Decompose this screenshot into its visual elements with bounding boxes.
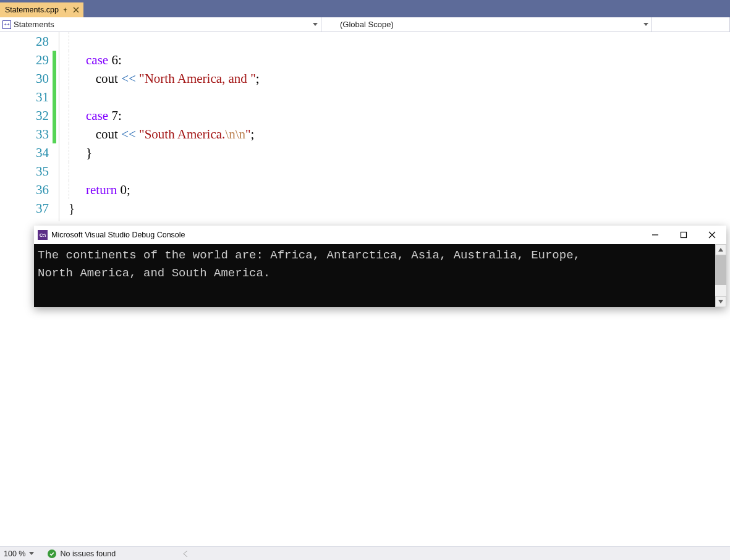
scope-bar: ++ Statements (Global Scope): [0, 17, 730, 32]
scrollbar-track[interactable]: [715, 285, 726, 296]
line-number: 28: [0, 32, 49, 51]
console-titlebar[interactable]: C:\ Microsoft Visual Studio Debug Consol…: [34, 226, 726, 244]
console-title: Microsoft Visual Studio Debug Console: [51, 231, 185, 239]
line-number: 37: [0, 199, 49, 218]
issues-text: No issues found: [60, 549, 116, 558]
console-output[interactable]: The continents of the world are: Africa,…: [34, 244, 715, 307]
zoom-value: 100 %: [4, 549, 25, 558]
close-button[interactable]: [698, 226, 726, 244]
scope-dropdown[interactable]: (Global Scope): [321, 17, 652, 32]
debug-console-window[interactable]: C:\ Microsoft Visual Studio Debug Consol…: [34, 226, 726, 307]
code-content[interactable]: case 6: cout << "North America, and "; c…: [69, 32, 730, 221]
zoom-control[interactable]: 100 %: [0, 549, 39, 558]
breadcrumb-dropdown[interactable]: ++ Statements: [0, 17, 321, 32]
file-tab-label: Statements.cpp: [5, 6, 59, 14]
chevron-down-icon[interactable]: [310, 17, 321, 32]
code-line[interactable]: [69, 162, 730, 180]
line-number: 30: [0, 69, 49, 88]
splitter-handle-icon[interactable]: [184, 551, 189, 557]
file-tab-bar: Statements.cpp: [0, 2, 730, 17]
code-line[interactable]: }: [69, 199, 730, 218]
line-number-gutter: 28 29 30 31 32 33 34 35 36 37: [0, 32, 53, 221]
line-number: 34: [0, 143, 49, 162]
code-line[interactable]: [69, 88, 730, 106]
issues-indicator[interactable]: No issues found: [39, 549, 116, 558]
close-icon[interactable]: [72, 6, 80, 14]
maximize-button[interactable]: [669, 226, 698, 244]
outline-bar: [56, 32, 69, 221]
code-line[interactable]: cout << "South America.\n\n";: [69, 125, 730, 143]
member-dropdown[interactable]: [652, 17, 730, 32]
line-number: 35: [0, 162, 49, 180]
line-number: 31: [0, 88, 49, 106]
line-number: 29: [0, 51, 49, 69]
line-number: 33: [0, 125, 49, 143]
console-scrollbar[interactable]: [715, 244, 726, 307]
cpp-file-icon: ++: [2, 20, 11, 29]
check-circle-icon: [48, 549, 56, 558]
pin-icon[interactable]: [62, 7, 69, 13]
scrollbar-thumb[interactable]: [715, 255, 726, 285]
line-number: 32: [0, 106, 49, 125]
console-app-icon: C:\: [38, 230, 48, 240]
editor-status-bar: 100 % No issues found: [0, 546, 730, 560]
breadcrumb-label: Statements: [14, 20, 54, 29]
chevron-down-icon[interactable]: [28, 550, 35, 558]
code-line[interactable]: [69, 32, 730, 51]
scroll-up-icon[interactable]: [715, 244, 726, 255]
file-tab-active[interactable]: Statements.cpp: [0, 2, 83, 17]
scope-label: (Global Scope): [340, 20, 394, 29]
code-editor[interactable]: 28 29 30 31 32 33 34 35 36 37: [0, 32, 730, 221]
code-line[interactable]: }: [69, 143, 730, 162]
code-line[interactable]: case 7:: [69, 106, 730, 125]
minimize-button[interactable]: [641, 226, 669, 244]
code-line[interactable]: case 6:: [69, 51, 730, 69]
code-line[interactable]: cout << "North America, and ";: [69, 69, 730, 88]
svg-rect-0: [681, 232, 687, 238]
chevron-down-icon[interactable]: [640, 17, 651, 32]
line-number: 36: [0, 180, 49, 199]
code-line[interactable]: return 0;: [69, 180, 730, 199]
scroll-down-icon[interactable]: [715, 296, 726, 307]
